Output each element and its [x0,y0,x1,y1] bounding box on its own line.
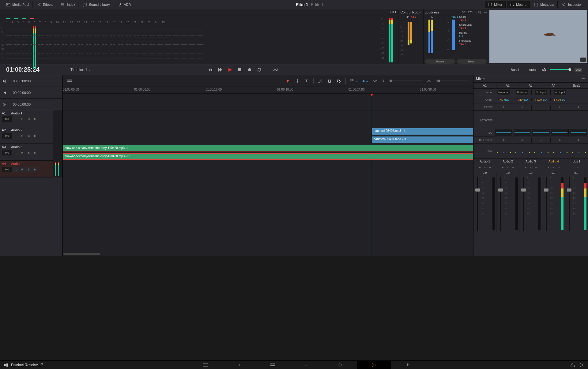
mixer-M[interactable]: M [488,166,492,170]
snap-tool[interactable] [327,79,332,84]
vert-zoom[interactable]: ⇕ [382,79,385,83]
timeline-scrollbar[interactable] [63,253,100,255]
mixer-input[interactable]: No Input [554,90,566,95]
topbar-meters[interactable]: Meters [507,1,530,8]
mixer-M[interactable]: M [511,166,515,170]
mixer-order[interactable]: FX DY EQ [494,98,513,101]
mixer-fader[interactable]: 0.00-5-10-15-20-30-40-50 [496,171,519,232]
mixer-eq[interactable] [570,129,587,136]
topbar-mediapool[interactable]: Media Pool [3,1,32,8]
waveform-tool[interactable] [373,79,378,84]
mixer-eq[interactable] [532,129,550,136]
cut-tool[interactable] [318,79,323,84]
track-header-A4[interactable]: A4Audio 40.0⬚RSM [0,161,53,177]
mixer-input[interactable]: No Input [497,90,510,95]
track-header-A3[interactable]: A3Audio 30.0⬚RSM [0,144,53,161]
mixer-input[interactable]: No Input [516,90,528,95]
mixer-eq[interactable] [514,129,531,136]
monitor-auto[interactable]: Auto [529,68,536,72]
mixer-R[interactable]: R [478,166,482,170]
vert-zoom-slider[interactable] [389,80,423,81]
mixer-R[interactable]: R [547,166,551,170]
mixer-R[interactable]: R [501,166,505,170]
lock-icon[interactable]: ⬚ [13,167,19,172]
record-arm[interactable]: R [20,116,25,122]
link-tool[interactable] [336,79,341,84]
track-header-A1[interactable]: A1Audio 10.0⬚RSM [0,110,53,127]
solo-button[interactable]: S [26,116,32,122]
volume-slider[interactable] [550,69,571,70]
mixer-order[interactable]: FX DY EQ [513,98,532,101]
horiz-zoom[interactable]: <> [427,79,431,83]
mixer-dynamics[interactable] [495,120,512,120]
page-fusion[interactable] [290,361,323,369]
loop-button[interactable] [257,67,262,72]
lock-icon[interactable]: ⬚ [13,133,19,139]
mute-button[interactable]: M [32,150,38,155]
mixer-tab[interactable]: Bus1 [565,83,588,88]
page-color[interactable] [323,361,357,369]
output-bus[interactable]: Bus 1 [511,68,519,72]
mixer-dynamics[interactable] [532,120,550,120]
track-header-A2[interactable]: A2Audio 20.0⬚RSM [0,127,53,144]
go-start-icon[interactable]: ▶| [0,79,9,83]
play-button[interactable] [228,67,232,72]
mixer-S[interactable]: S [506,166,510,170]
timeline-ruler[interactable]: 01:00:00:0001:00:06:0001:00:12:0001:00:1… [63,87,473,94]
mixer-dynamics[interactable] [570,120,587,120]
loudness-reset-button[interactable]: Reset [457,59,487,64]
topbar-adr[interactable]: ADR [115,1,134,8]
text-tool[interactable] [304,79,309,84]
dim-button[interactable]: DIM [575,68,582,72]
marker-dropdown[interactable]: ◆ ⌄ [362,79,368,83]
mixer-bus-send[interactable]: + [494,138,513,143]
mixer-order[interactable]: FX DY EQ [532,98,550,101]
timeline[interactable]: 🏴 ⌄ ◆ ⌄ ⇕ <> 01:00:00:0001:00:06:0001:00… [63,75,473,256]
speaker-icon[interactable] [542,67,547,72]
mixer-S[interactable]: S [552,166,556,170]
track-row[interactable] [63,110,473,127]
topbar-soundlib[interactable]: Sound Library [80,1,113,8]
rewind-button[interactable] [208,67,213,72]
mixer-M[interactable]: M [575,166,579,170]
playhead[interactable] [372,94,372,256]
page-deliver[interactable] [391,361,424,369]
topbar-effects[interactable]: Effects [34,1,56,8]
mute-button[interactable]: M [32,133,38,139]
timeline-selector[interactable]: Timeline 1 ⌄ [70,68,91,72]
horiz-zoom-slider[interactable] [435,80,469,81]
audio-clip[interactable]: haunted-95407.mp3 - L [372,128,473,135]
mixer-S[interactable]: S [529,166,533,170]
mixer-order[interactable]: FX DY EQ [551,98,569,101]
mixer-M[interactable]: M [533,166,538,170]
home-icon[interactable] [570,363,575,367]
page-edit[interactable] [256,361,290,369]
mute-button[interactable]: M [32,167,38,172]
audio-clip[interactable]: slow-and-steady-wins-the-prey-110428.mp3… [63,145,473,151]
solo-button[interactable]: S [26,150,32,155]
topbar-mixer[interactable]: Mixer [485,1,506,8]
stop-button[interactable] [237,67,242,72]
topbar-metadata[interactable]: Metadata [531,1,558,8]
mixer-fader[interactable]: 0.00-5-10-15-20-30-40-50 [473,171,496,232]
flag-dropdown[interactable]: 🏴 ⌄ [350,79,358,83]
timeline-view-icon[interactable] [67,79,72,84]
solo-button[interactable]: S [26,167,32,172]
loudness-pause-button[interactable]: Pause [425,59,455,64]
mixer-input[interactable]: No Input [535,90,547,95]
mixer-add-effect[interactable]: + [513,105,532,110]
mixer-M[interactable]: M [556,166,561,170]
page-fairlight[interactable]: ♫ [357,361,391,369]
mixer-bus-send[interactable]: + [513,138,532,143]
fastforward-button[interactable] [218,67,223,72]
topbar-inspector[interactable]: Inspector [559,1,585,8]
mixer-eq[interactable] [551,129,569,136]
mixer-tab[interactable]: A1 [473,83,496,88]
record-arm[interactable]: R [20,150,25,155]
record-arm[interactable]: R [20,167,25,172]
clock-icon[interactable]: ◷ [0,102,9,106]
mixer-bus-send[interactable]: + [532,138,550,143]
mixer-add-effect[interactable]: + [532,105,550,110]
mixer-bus-send[interactable]: + [569,138,588,143]
mixer-options-icon[interactable]: ••• [582,77,586,81]
